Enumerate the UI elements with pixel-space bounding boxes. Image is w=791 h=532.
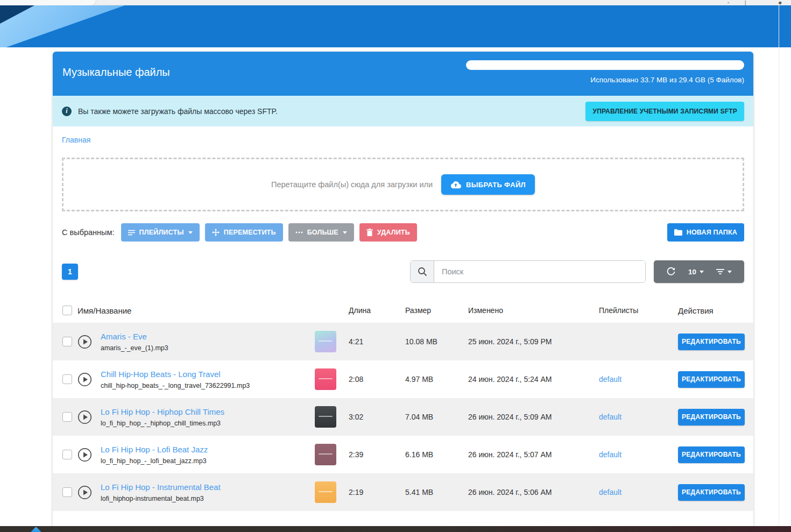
file-modified: 26 июн. 2024 г., 5:07 AM [468, 450, 599, 459]
file-duration: 4:21 [349, 337, 405, 346]
file-duration: 2:19 [349, 488, 405, 496]
playlist-link[interactable]: default [599, 375, 622, 384]
profile-icon[interactable]: ☻ [778, 1, 782, 5]
file-title-link[interactable]: Lo Fi Hip Hop - Instrumental Beat [101, 483, 315, 492]
browser-chrome: ▫ | ☻ [0, 0, 791, 5]
trash-icon [366, 229, 373, 236]
list-toolbar: 1 10 [62, 260, 744, 283]
edit-button[interactable]: РЕДАКТИРОВАТЬ [678, 371, 745, 388]
upload-dropzone[interactable]: Перетащите файл(ы) сюда для загрузки или… [62, 158, 744, 211]
search-bar [410, 260, 646, 283]
sort-select[interactable] [716, 268, 732, 275]
column-header-name[interactable]: Имя/Название [77, 306, 349, 315]
move-button[interactable]: ПЕРЕМЕСТИТЬ [205, 223, 283, 242]
row-checkbox[interactable] [62, 450, 72, 459]
playlists-button[interactable]: ПЛЕЙЛИСТЫ [121, 223, 200, 242]
row-checkbox[interactable] [62, 412, 72, 422]
refresh-button[interactable] [666, 267, 676, 276]
playlist-link[interactable]: default [599, 450, 622, 459]
file-title-link[interactable]: Lo Fi Hip Hop - Hiphop Chill Times [101, 407, 315, 416]
bookmark-icon[interactable]: ▫ [728, 1, 729, 5]
page-footer [0, 526, 791, 532]
play-button[interactable] [77, 485, 92, 500]
table-row: Lo Fi Hip Hop - Hiphop Chill Times lo_fi… [53, 398, 753, 436]
column-header-actions: Действия [678, 306, 753, 315]
delete-button[interactable]: УДАЛИТЬ [359, 223, 417, 242]
more-icon [295, 231, 303, 233]
edit-button[interactable]: РЕДАКТИРОВАТЬ [678, 446, 745, 463]
edit-button[interactable]: РЕДАКТИРОВАТЬ [678, 334, 745, 350]
row-checkbox[interactable] [62, 487, 72, 497]
extension-icon[interactable]: | [745, 1, 746, 5]
search-button[interactable] [411, 261, 434, 282]
storage-usage-text: Использовано 33.7 MB из 29.4 GB (5 Файло… [590, 76, 744, 84]
playlist-icon [128, 230, 135, 236]
per-page-select[interactable]: 10 [688, 268, 704, 276]
table-header-row: Имя/Название Длина Размер Изменено Плейл… [53, 298, 753, 323]
breadcrumb: Главная [62, 135, 744, 145]
play-button[interactable] [77, 448, 92, 462]
album-art [315, 444, 336, 465]
file-name: lo_fi_hip_hop_-_hiphop_chill_times.mp3 [101, 420, 315, 427]
page-title: Музыкальные файлы [62, 66, 170, 79]
table-row: Lo Fi Hip Hop - Instrumental Beat lofi_h… [53, 473, 753, 511]
choose-file-button[interactable]: ВЫБРАТЬ ФАЙЛ [441, 174, 535, 195]
chevron-down-icon [343, 231, 347, 234]
playlist-link[interactable]: default [599, 413, 622, 421]
chevron-down-icon [728, 271, 732, 273]
file-modified: 26 июн. 2024 г., 5:06 AM [468, 488, 599, 496]
play-button[interactable] [77, 372, 92, 387]
file-title-link[interactable]: Chill Hip-Hop Beats - Long Travel [101, 370, 315, 379]
column-header-modified[interactable]: Изменено [468, 306, 599, 315]
table-row: Chill Hip-Hop Beats - Long Travel chill_… [53, 360, 753, 398]
file-size: 10.08 MB [405, 337, 468, 346]
new-folder-button[interactable]: НОВАЯ ПАПКА [667, 223, 744, 242]
playlist-link[interactable]: default [599, 488, 622, 496]
breadcrumb-home-link[interactable]: Главная [62, 136, 90, 144]
row-checkbox[interactable] [62, 374, 72, 384]
file-duration: 3:02 [349, 413, 405, 421]
column-header-size[interactable]: Размер [405, 306, 468, 315]
sort-lines-icon [716, 268, 724, 275]
manage-sftp-accounts-button[interactable]: УПРАВЛЕНИЕ УЧЕТНЫМИ ЗАПИСЯМИ SFTP [585, 102, 744, 121]
sftp-info-text: Вы также можете загружать файлы массово … [78, 107, 579, 116]
with-selected-label: С выбранным: [62, 228, 115, 237]
search-input[interactable] [434, 261, 645, 282]
panel-header: Музыкальные файлы Использовано 33.7 MB и… [53, 52, 753, 96]
page-1-button[interactable]: 1 [62, 264, 78, 280]
site-header-band [0, 5, 791, 47]
scrollbar-track[interactable] [779, 5, 779, 532]
table-row: Amaris - Eve amaris_-_eve_(1).mp3 4:21 1… [53, 323, 753, 360]
play-button[interactable] [77, 410, 92, 424]
browser-tab[interactable] [0, 0, 96, 5]
album-art [315, 406, 336, 428]
edit-button[interactable]: РЕДАКТИРОВАТЬ [678, 484, 745, 501]
file-name: lo_fi_hip_hop_-_lofi_beat_jazz.mp3 [101, 457, 315, 465]
file-name: lofi_hiphop-instrumental_beat.mp3 [101, 495, 315, 502]
row-checkbox[interactable] [62, 337, 72, 346]
file-name: amaris_-_eve_(1).mp3 [101, 344, 315, 352]
music-files-panel: Музыкальные файлы Использовано 33.7 MB и… [53, 52, 753, 526]
file-modified: 24 июн. 2024 г., 5:24 AM [468, 375, 599, 384]
column-header-length[interactable]: Длина [349, 306, 405, 315]
file-modified: 26 июн. 2024 г., 5:09 AM [468, 413, 599, 421]
file-duration: 2:08 [349, 375, 405, 384]
move-icon [212, 229, 220, 236]
more-button[interactable]: БОЛЬШЕ [288, 223, 354, 242]
file-title-link[interactable]: Lo Fi Hip Hop - Lofi Beat Jazz [101, 445, 315, 454]
edit-button[interactable]: РЕДАКТИРОВАТЬ [678, 409, 745, 425]
select-all-checkbox[interactable] [62, 306, 72, 315]
chevron-down-icon [188, 231, 193, 234]
chevron-down-icon [700, 271, 704, 273]
file-modified: 25 июн. 2024 г., 5:09 PM [468, 337, 599, 346]
file-duration: 2:39 [349, 450, 405, 459]
column-header-playlists[interactable]: Плейлисты [599, 306, 678, 315]
file-title-link[interactable]: Amaris - Eve [101, 332, 315, 341]
file-size: 6.16 MB [405, 450, 468, 459]
play-button[interactable] [77, 335, 92, 349]
sftp-info-banner: i Вы также можете загружать файлы массов… [53, 96, 753, 126]
album-art [315, 331, 336, 352]
file-size: 4.97 MB [405, 375, 468, 384]
bulk-actions-row: С выбранным: ПЛЕЙЛИСТЫ ПЕРЕМЕСТИТЬ [62, 223, 744, 242]
footer-logo [31, 527, 41, 532]
